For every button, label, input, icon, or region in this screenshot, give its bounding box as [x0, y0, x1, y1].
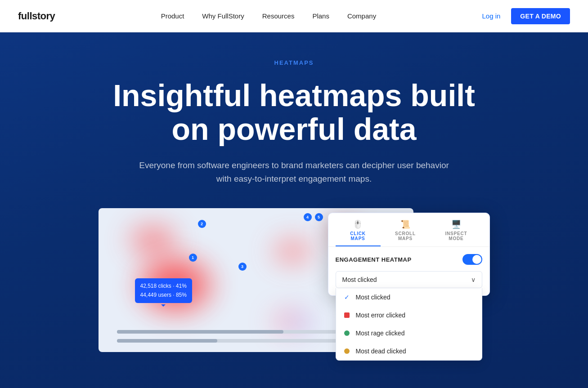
dropdown-item-label-1: Most clicked: [356, 294, 391, 301]
heatmap-dot-5: 5: [315, 213, 323, 221]
heat-blob-1: [126, 222, 180, 258]
dropdown-item-label-4: Most dead clicked: [356, 348, 406, 355]
nav-right: Log in GET A DEMO: [482, 8, 570, 24]
nav-link-plans[interactable]: Plans: [312, 12, 329, 20]
nav-link-company[interactable]: Company: [347, 12, 376, 20]
nav-link-why[interactable]: Why FullStory: [202, 12, 244, 20]
hero-subtitle: Everyone from software engineers to bran…: [137, 159, 452, 186]
nav-link-resources[interactable]: Resources: [262, 12, 295, 20]
heat-blob-3: [270, 236, 315, 267]
engagement-label: ENGAGEMENT HEATMAP: [336, 256, 412, 263]
tab-click-maps[interactable]: 🖱️ CLICK MAPS: [336, 213, 381, 246]
tab-scroll-maps-label: SCROLL MAPS: [388, 231, 423, 241]
toggle-circle: [472, 255, 481, 264]
panel-tabs: 🖱️ CLICK MAPS 📜 SCROLL MAPS 🖥️ INSPECT M…: [328, 213, 489, 247]
panel-dropdown-wrapper: Most clicked ∨ ✓ Most clicked: [336, 271, 482, 288]
nav-link-product[interactable]: Product: [161, 12, 184, 20]
chevron-down-icon: ∨: [471, 276, 476, 283]
check-icon: ✓: [343, 294, 350, 301]
scroll-maps-icon: 📜: [400, 219, 411, 229]
tooltip-users: 44,449 users · 85%: [140, 291, 187, 299]
dropdown-item-rage-clicked[interactable]: Most rage clicked: [336, 324, 482, 342]
dead-icon: [343, 348, 350, 355]
tooltip-clicks: 42,518 clicks · 41%: [140, 282, 187, 290]
navbar: fullstory Product Why FullStory Resource…: [0, 0, 588, 32]
tab-inspect-mode[interactable]: 🖥️ INSPECT MODE: [430, 213, 482, 246]
dropdown-item-label-2: Most error clicked: [356, 312, 405, 319]
scroll-bar-fill-2: [117, 339, 217, 343]
hero-title: Insightful heatmaps built on powerful da…: [92, 79, 497, 146]
dropdown-item-label-3: Most rage clicked: [356, 330, 405, 337]
engagement-toggle[interactable]: [462, 254, 482, 265]
logo[interactable]: fullstory: [18, 10, 55, 22]
engagement-row: ENGAGEMENT HEATMAP: [336, 254, 482, 265]
heatmap-dot-4: 4: [304, 213, 312, 221]
tab-inspect-mode-label: INSPECT MODE: [437, 231, 475, 241]
click-maps-icon: 🖱️: [353, 219, 363, 229]
dropdown-select[interactable]: Most clicked ∨: [336, 271, 482, 288]
demo-illustration: 1 3 2 4 5 6 7 8 42,518 clicks · 41% 44,4…: [99, 208, 490, 361]
get-demo-button[interactable]: GET A DEMO: [511, 8, 570, 24]
tab-click-maps-label: CLICK MAPS: [343, 231, 373, 241]
dropdown-item-most-clicked[interactable]: ✓ Most clicked: [336, 288, 482, 306]
scroll-bar-fill: [117, 330, 284, 334]
dropdown-item-dead-clicked[interactable]: Most dead clicked: [336, 342, 482, 360]
hero-section: HEATMAPS Insightful heatmaps built on po…: [0, 32, 588, 388]
dropdown-item-error-clicked[interactable]: Most error clicked: [336, 306, 482, 324]
login-link[interactable]: Log in: [482, 12, 500, 20]
rage-icon: [343, 330, 350, 337]
heatmap-dot-1: 1: [189, 254, 197, 262]
dropdown-menu: ✓ Most clicked Most error clicked: [336, 288, 482, 361]
error-icon: [343, 312, 350, 319]
inspect-mode-icon: 🖥️: [451, 219, 462, 229]
scroll-bar-2: [117, 339, 368, 343]
nav-links: Product Why FullStory Resources Plans Co…: [161, 12, 377, 20]
panel-body: ENGAGEMENT HEATMAP Most clicked ∨: [328, 247, 489, 295]
heatmap-dot-2: 3: [238, 263, 247, 271]
heatmap-dot-3: 2: [198, 220, 206, 228]
heatmap-tooltip: 42,518 clicks · 41% 44,449 users · 85%: [135, 278, 192, 303]
ui-panel: 🖱️ CLICK MAPS 📜 SCROLL MAPS 🖥️ INSPECT M…: [328, 213, 490, 296]
tab-scroll-maps[interactable]: 📜 SCROLL MAPS: [381, 213, 431, 246]
dropdown-selected-value: Most clicked: [342, 276, 377, 283]
hero-label: HEATMAPS: [274, 59, 314, 66]
